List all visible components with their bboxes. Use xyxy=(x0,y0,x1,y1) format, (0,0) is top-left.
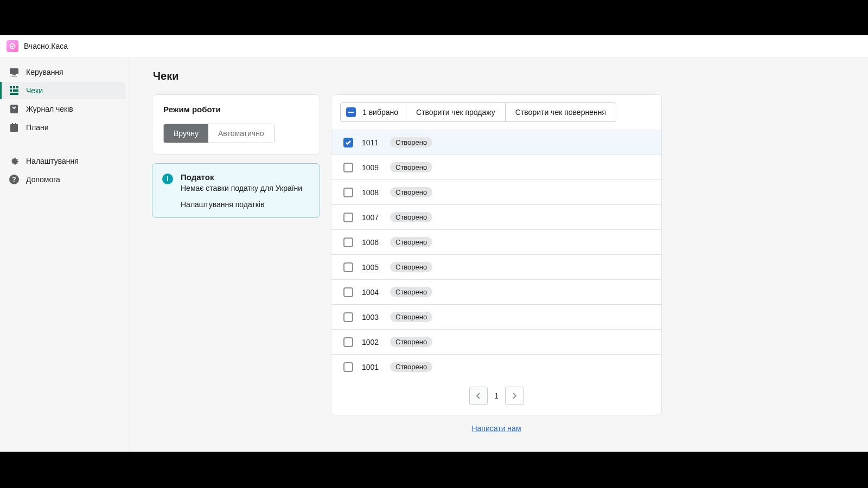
svg-rect-4 xyxy=(10,86,12,88)
sidebar-item-label: Плани xyxy=(26,123,49,132)
table-row[interactable]: 1006Створено xyxy=(331,229,661,254)
row-id: 1004 xyxy=(362,288,381,297)
status-badge: Створено xyxy=(390,212,432,222)
management-icon xyxy=(9,67,20,78)
status-badge: Створено xyxy=(390,362,432,372)
tax-info-card: i Податок Немає ставки податку для Украї… xyxy=(152,163,320,218)
row-id: 1011 xyxy=(362,138,381,147)
svg-rect-8 xyxy=(13,89,18,92)
status-badge: Створено xyxy=(390,287,432,297)
status-badge: Створено xyxy=(390,187,432,197)
table-row[interactable]: 1005Створено xyxy=(331,254,661,279)
topbar: Вчасно.Каса xyxy=(0,35,868,57)
row-checkbox[interactable] xyxy=(343,362,353,372)
row-checkbox[interactable] xyxy=(343,287,353,297)
row-checkbox[interactable] xyxy=(343,312,353,322)
svg-rect-16 xyxy=(348,112,354,113)
contact-us-link[interactable]: Написати нам xyxy=(471,424,521,433)
svg-rect-3 xyxy=(11,76,17,76)
table-row[interactable]: 1008Створено xyxy=(331,179,661,204)
row-id: 1001 xyxy=(362,363,381,371)
sidebar-item-label: Чеки xyxy=(26,86,43,95)
mode-card-title: Режим роботи xyxy=(163,105,309,114)
receipts-table: 1 вибрано Створити чек продажу Створити … xyxy=(331,94,662,415)
svg-rect-1 xyxy=(10,68,18,74)
receipts-icon xyxy=(9,85,20,96)
sidebar-item-label: Журнал чеків xyxy=(26,105,73,113)
sidebar-item-help[interactable]: ? Допомога xyxy=(0,171,125,188)
sidebar-item-management[interactable]: Керування xyxy=(0,63,125,81)
sidebar-item-label: Допомога xyxy=(26,175,60,184)
row-id: 1007 xyxy=(362,213,381,222)
table-row[interactable]: 1001Створено xyxy=(331,354,661,379)
create-return-button[interactable]: Створити чек повернення xyxy=(506,103,616,121)
table-row[interactable]: 1003Створено xyxy=(331,304,661,329)
sidebar-item-label: Керування xyxy=(26,68,63,76)
letterbox-top xyxy=(0,0,868,35)
svg-rect-5 xyxy=(13,86,15,88)
pagination-prev-button[interactable] xyxy=(469,387,488,405)
svg-rect-7 xyxy=(10,89,12,92)
sidebar-item-settings[interactable]: Налаштування xyxy=(0,152,125,170)
mode-auto-button[interactable]: Автоматично xyxy=(208,124,274,143)
status-badge: Створено xyxy=(390,137,432,147)
svg-rect-2 xyxy=(12,74,16,75)
svg-rect-9 xyxy=(10,93,18,95)
row-checkbox[interactable] xyxy=(343,163,353,172)
status-badge: Створено xyxy=(390,162,432,172)
sidebar: Керування Чеки Журнал чеків Плани Налаш xyxy=(0,57,130,488)
table-toolbar: 1 вибрано Створити чек продажу Створити … xyxy=(331,95,661,130)
settings-icon xyxy=(9,156,20,166)
row-id: 1002 xyxy=(362,338,381,346)
page-title: Чеки xyxy=(153,70,662,82)
sidebar-item-receipts[interactable]: Чеки xyxy=(0,82,125,99)
svg-rect-11 xyxy=(10,124,18,132)
svg-rect-6 xyxy=(16,86,18,88)
plans-icon xyxy=(9,122,20,133)
status-badge: Створено xyxy=(390,262,432,272)
pagination-next-button[interactable] xyxy=(505,387,524,405)
tax-settings-link[interactable]: Налаштування податків xyxy=(181,200,302,209)
status-badge: Створено xyxy=(390,312,432,322)
letterbox-bottom xyxy=(0,452,868,488)
mode-card: Режим роботи Вручну Автоматично xyxy=(152,94,320,155)
table-row[interactable]: 1002Створено xyxy=(331,329,661,354)
tax-info-text: Немає ставки податку для України xyxy=(181,184,302,192)
indeterminate-checkbox-icon xyxy=(346,107,356,117)
svg-text:?: ? xyxy=(12,176,16,183)
row-checkbox[interactable] xyxy=(343,138,353,147)
svg-rect-12 xyxy=(12,123,13,125)
table-row[interactable]: 1004Створено xyxy=(331,279,661,304)
info-icon: i xyxy=(162,174,173,184)
sidebar-item-label: Налаштування xyxy=(26,157,79,165)
sidebar-item-journal[interactable]: Журнал чеків xyxy=(0,100,125,118)
row-checkbox[interactable] xyxy=(343,188,353,197)
svg-rect-13 xyxy=(15,123,16,125)
table-row[interactable]: 1007Створено xyxy=(331,204,661,229)
selected-count-label: 1 вибрано xyxy=(362,108,398,117)
row-id: 1009 xyxy=(362,163,381,172)
status-badge: Створено xyxy=(390,237,432,247)
row-id: 1006 xyxy=(362,238,381,247)
row-checkbox[interactable] xyxy=(343,262,353,272)
pagination-page-number: 1 xyxy=(491,391,502,400)
row-checkbox[interactable] xyxy=(343,237,353,247)
pagination: 1 xyxy=(331,379,661,415)
mode-manual-button[interactable]: Вручну xyxy=(164,124,208,143)
create-sale-button[interactable]: Створити чек продажу xyxy=(406,103,506,121)
row-id: 1005 xyxy=(362,263,381,272)
row-id: 1008 xyxy=(362,188,381,197)
app-title: Вчасно.Каса xyxy=(24,42,68,50)
journal-icon xyxy=(9,104,20,114)
row-checkbox[interactable] xyxy=(343,337,353,347)
sidebar-item-plans[interactable]: Плани xyxy=(0,119,125,136)
main-content: Чеки Режим роботи Вручну Автоматично i П… xyxy=(130,57,684,488)
toolbar-selection-summary[interactable]: 1 вибрано xyxy=(341,103,406,121)
app-logo xyxy=(7,40,18,52)
mode-segmented: Вручну Автоматично xyxy=(163,124,275,143)
row-id: 1003 xyxy=(362,313,381,322)
table-row[interactable]: 1011Створено xyxy=(331,130,661,155)
table-row[interactable]: 1009Створено xyxy=(331,155,661,179)
row-checkbox[interactable] xyxy=(343,213,353,222)
status-badge: Створено xyxy=(390,337,432,347)
